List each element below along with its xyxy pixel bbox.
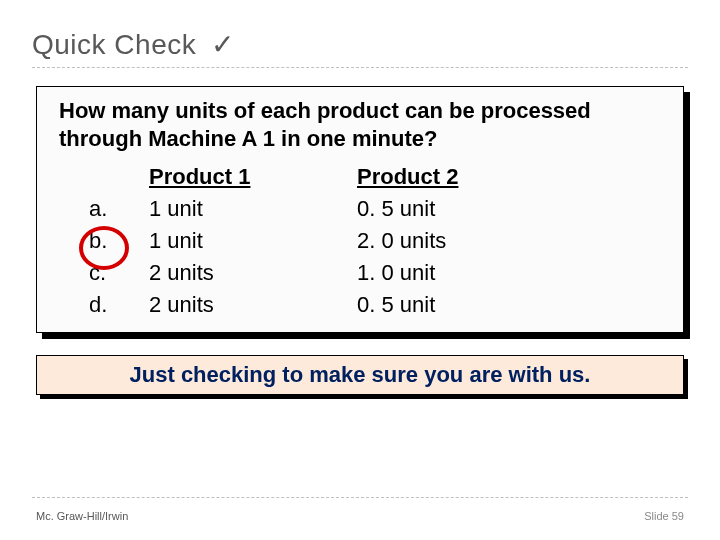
option-a-p2: 0. 5 unit — [357, 196, 557, 222]
option-a-key: a. — [89, 196, 141, 222]
check-icon: ✓ — [211, 29, 235, 60]
option-d-p2: 0. 5 unit — [357, 292, 557, 318]
option-a-p1: 1 unit — [149, 196, 349, 222]
banner-box: Just checking to make sure you are with … — [36, 355, 684, 395]
option-c-p1: 2 units — [149, 260, 349, 286]
options-grid: Product 1 Product 2 a. 1 unit 0. 5 unit … — [89, 164, 661, 318]
banner-text: Just checking to make sure you are with … — [36, 355, 684, 395]
header-product-1: Product 1 — [149, 164, 349, 190]
question-box: How many units of each product can be pr… — [36, 86, 684, 333]
question-box-inner: How many units of each product can be pr… — [36, 86, 684, 333]
option-b-key: b. — [89, 228, 141, 254]
option-d-p1: 2 units — [149, 292, 349, 318]
option-b-p1: 1 unit — [149, 228, 349, 254]
option-d-key: d. — [89, 292, 141, 318]
option-c-key: c. — [89, 260, 141, 286]
footer-divider — [32, 497, 688, 498]
footer-right: Slide 59 — [644, 510, 684, 522]
option-b-p2: 2. 0 units — [357, 228, 557, 254]
question-text: How many units of each product can be pr… — [59, 97, 661, 152]
option-c-p2: 1. 0 unit — [357, 260, 557, 286]
footer-left: Mc. Graw-Hill/Irwin — [36, 510, 128, 522]
slide: Quick Check ✓ How many units of each pro… — [0, 0, 720, 540]
header-blank — [89, 164, 141, 190]
slide-title: Quick Check ✓ — [32, 28, 688, 61]
header-product-2: Product 2 — [357, 164, 557, 190]
title-divider — [32, 67, 688, 68]
title-text: Quick Check — [32, 29, 196, 60]
